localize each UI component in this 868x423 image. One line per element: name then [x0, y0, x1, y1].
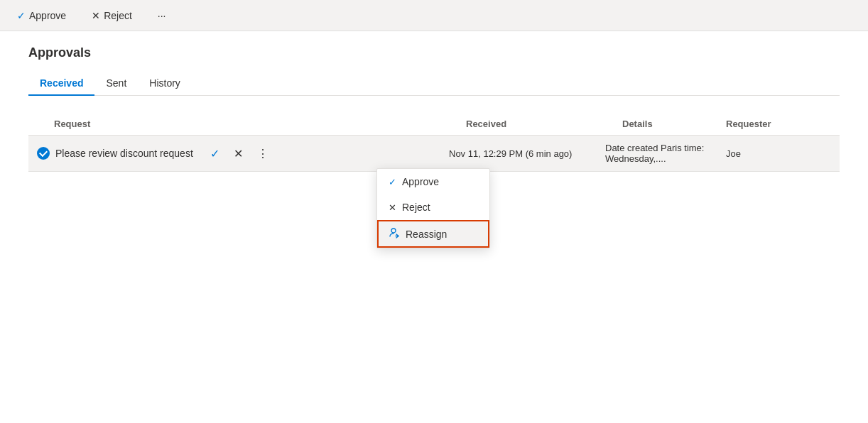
table-row: Please review discount request ✓ ✕ ⋮ Nov…	[28, 136, 840, 172]
header-request: Request	[54, 119, 466, 129]
reject-action-icon[interactable]: ✕	[231, 145, 246, 162]
request-text: Please review discount request	[55, 148, 193, 159]
toolbar: ✓ Approve ✕ Reject ···	[0, 0, 868, 31]
more-label: ···	[158, 10, 166, 21]
main-content: Approvals Received Sent History Request …	[0, 31, 868, 186]
context-reject-label: Reject	[402, 202, 430, 213]
requester-cell: Joe	[726, 148, 811, 159]
tab-sent[interactable]: Sent	[94, 72, 138, 96]
context-menu-reject[interactable]: ✕ Reject	[377, 194, 489, 220]
request-cell: Please review discount request ✓ ✕ ⋮	[37, 145, 449, 162]
toolbar-approve-label: Approve	[29, 10, 66, 21]
approve-action-icon[interactable]: ✓	[207, 145, 222, 162]
menu-check-icon: ✓	[389, 177, 396, 187]
context-approve-label: Approve	[402, 176, 439, 187]
toolbar-approve-button[interactable]: ✓ Approve	[11, 7, 72, 24]
toolbar-reject-button[interactable]: ✕ Reject	[86, 7, 138, 24]
received-cell: Nov 11, 12:29 PM (6 min ago)	[449, 148, 605, 159]
row-checkbox[interactable]	[37, 147, 50, 160]
context-menu-reassign[interactable]: Reassign	[377, 220, 489, 248]
context-menu: ✓ Approve ✕ Reject	[376, 168, 490, 248]
context-menu-approve[interactable]: ✓ Approve	[377, 169, 489, 194]
context-reassign-label: Reassign	[406, 229, 447, 240]
x-icon: ✕	[92, 10, 100, 21]
details-cell: Date created Paris time: Wednesday,....	[605, 143, 726, 164]
header-details: Details	[622, 119, 726, 129]
tabs-container: Received Sent History	[28, 72, 840, 96]
table-header: Request Received Details Requester	[28, 113, 840, 136]
menu-person-icon	[389, 227, 400, 241]
toolbar-more-button[interactable]: ···	[152, 7, 172, 24]
header-requester: Requester	[726, 119, 811, 129]
row-actions: ✓ ✕ ⋮	[207, 145, 279, 162]
menu-x-icon: ✕	[389, 202, 396, 213]
check-icon: ✓	[17, 10, 26, 21]
approvals-table: Request Received Details Requester Pleas…	[28, 113, 840, 172]
tab-received[interactable]: Received	[28, 72, 94, 96]
toolbar-reject-label: Reject	[104, 10, 132, 21]
tab-history[interactable]: History	[138, 72, 192, 96]
svg-point-0	[391, 229, 396, 233]
header-received: Received	[466, 119, 622, 129]
page-title: Approvals	[28, 45, 840, 60]
more-action-icon[interactable]: ⋮	[254, 145, 272, 162]
